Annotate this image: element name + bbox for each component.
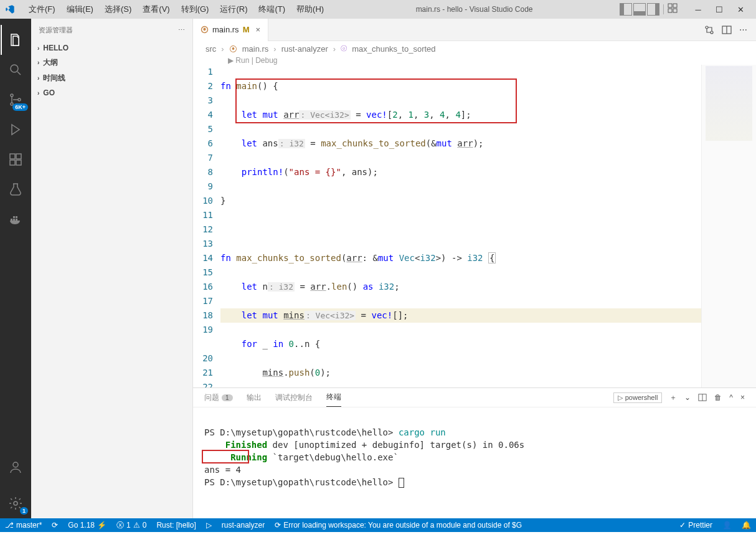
status-branch[interactable]: ⎇ master* bbox=[0, 521, 47, 530]
chevron-right-icon: › bbox=[37, 75, 39, 82]
tab-main-rs[interactable]: ⦿ main.rs M × bbox=[193, 19, 268, 41]
panel-tab-terminal[interactable]: 终端 bbox=[326, 388, 341, 407]
panel-tab-debug-console[interactable]: 调试控制台 bbox=[275, 389, 313, 407]
breadcrumb-item[interactable]: main.rs bbox=[242, 44, 269, 54]
breadcrumb-item[interactable]: max_chunks_to_sorted bbox=[352, 44, 435, 54]
menu-go[interactable]: 转到(G) bbox=[176, 1, 214, 17]
toggle-primary-sidebar-icon[interactable] bbox=[620, 3, 632, 16]
svg-point-16 bbox=[711, 31, 713, 34]
status-rust[interactable]: Rust: [hello] bbox=[151, 521, 201, 530]
status-problems[interactable]: ⓧ 1 ⚠ 0 bbox=[111, 520, 151, 531]
title-bar: 文件(F) 编辑(E) 选择(S) 查看(V) 转到(G) 运行(R) 终端(T… bbox=[0, 0, 756, 19]
function-icon: ⦾ bbox=[341, 44, 347, 54]
status-live-share-icon[interactable]: 👤 bbox=[717, 521, 737, 530]
search-icon[interactable] bbox=[1, 55, 31, 85]
menu-selection[interactable]: 选择(S) bbox=[100, 1, 136, 17]
panel-tab-problems[interactable]: 问题1 bbox=[204, 389, 233, 407]
sidebar-section-go[interactable]: ›GO bbox=[31, 86, 192, 100]
new-terminal-icon[interactable]: ＋ bbox=[669, 392, 677, 403]
sidebar-title: 资源管理器 bbox=[39, 26, 73, 35]
status-error-message[interactable]: ⟳ Error loading workspace: You are outsi… bbox=[270, 521, 527, 530]
tab-close-icon[interactable]: × bbox=[255, 25, 260, 34]
sidebar-more-icon[interactable]: ⋯ bbox=[178, 26, 185, 34]
source-control-icon[interactable]: 6K+ bbox=[1, 85, 31, 115]
editor-area: ⦿ main.rs M × ⋯ src› ⦿ main.rs› rust-ana… bbox=[193, 19, 756, 518]
compare-changes-icon[interactable] bbox=[704, 25, 714, 35]
breadcrumbs[interactable]: src› ⦿ main.rs› rust-analyzer› ⦾ max_chu… bbox=[193, 41, 756, 56]
terminal-ans-line: ans = 4 bbox=[204, 465, 241, 475]
explorer-sidebar: 资源管理器 ⋯ ›HELLO ›大纲 ›时间线 ›GO bbox=[31, 19, 193, 518]
code-lens-run-debug[interactable]: ▶ Run | Debug bbox=[193, 56, 756, 65]
menu-terminal[interactable]: 终端(T) bbox=[253, 1, 290, 17]
breadcrumb-item[interactable]: src bbox=[206, 44, 216, 54]
status-play-icon[interactable]: ▷ bbox=[201, 521, 217, 530]
chevron-right-icon: › bbox=[37, 90, 39, 97]
minimize-button[interactable]: ─ bbox=[687, 0, 709, 19]
menu-run[interactable]: 运行(R) bbox=[215, 1, 252, 17]
terminal-shell-selector[interactable]: ▷ powershell bbox=[613, 392, 663, 403]
sidebar-label: HELLO bbox=[43, 44, 69, 52]
chevron-right-icon: › bbox=[37, 45, 39, 52]
status-go-version[interactable]: Go 1.18 ⚡ bbox=[63, 521, 111, 530]
svg-rect-11 bbox=[10, 160, 15, 165]
line-numbers: 12345678910111213141516171819202122 bbox=[193, 65, 220, 387]
sidebar-section-outline[interactable]: ›大纲 bbox=[31, 55, 192, 70]
settings-badge: 1 bbox=[20, 507, 28, 515]
close-button[interactable]: ✕ bbox=[730, 0, 751, 19]
layout-controls bbox=[620, 3, 680, 16]
tab-modified-indicator: M bbox=[243, 25, 250, 34]
svg-point-14 bbox=[14, 501, 17, 505]
menu-file[interactable]: 文件(F) bbox=[24, 1, 60, 17]
terminal-dropdown-icon[interactable]: ⌄ bbox=[684, 393, 691, 402]
menu-edit[interactable]: 编辑(E) bbox=[62, 1, 98, 17]
toggle-secondary-sidebar-icon[interactable] bbox=[647, 3, 659, 16]
accounts-icon[interactable] bbox=[1, 452, 31, 482]
bottom-panel: 问题1 输出 调试控制台 终端 ▷ powershell ＋ ⌄ 🗑 ^ × P… bbox=[193, 387, 756, 518]
terminal-output[interactable]: PS D:\mysetup\gopath\rustcode\hello> car… bbox=[193, 407, 756, 520]
svg-rect-9 bbox=[10, 154, 15, 159]
menu-help[interactable]: 帮助(H) bbox=[291, 1, 329, 17]
status-bar: ⎇ master* ⟳ Go 1.18 ⚡ ⓧ 1 ⚠ 0 Rust: [hel… bbox=[0, 518, 756, 532]
menu-view[interactable]: 查看(V) bbox=[138, 1, 174, 17]
sidebar-label: GO bbox=[43, 88, 55, 97]
vscode-logo-icon bbox=[5, 4, 16, 15]
terminal-cursor bbox=[399, 478, 404, 488]
explorer-icon[interactable] bbox=[1, 25, 31, 55]
scm-badge: 6K+ bbox=[12, 103, 28, 111]
window-title: main.rs - hello - Visual Studio Code bbox=[329, 5, 620, 14]
kill-terminal-icon[interactable]: 🗑 bbox=[714, 393, 722, 402]
rust-file-icon: ⦿ bbox=[229, 44, 237, 54]
status-notifications-icon[interactable]: 🔔 bbox=[737, 521, 756, 530]
maximize-panel-icon[interactable]: ^ bbox=[729, 393, 733, 402]
split-editor-icon[interactable] bbox=[722, 25, 732, 35]
rust-file-icon: ⦿ bbox=[201, 25, 209, 34]
settings-gear-icon[interactable]: 1 bbox=[1, 488, 31, 518]
run-debug-icon[interactable] bbox=[1, 115, 31, 145]
status-prettier[interactable]: ✓ Prettier bbox=[674, 521, 717, 530]
customize-layout-icon[interactable] bbox=[668, 3, 680, 16]
minimap[interactable] bbox=[701, 65, 756, 387]
sidebar-label: 时间线 bbox=[43, 73, 65, 83]
svg-point-13 bbox=[13, 462, 18, 467]
more-actions-icon[interactable]: ⋯ bbox=[739, 25, 747, 35]
status-rust-analyzer[interactable]: rust-analyzer bbox=[217, 521, 270, 530]
code-editor[interactable]: fn main() { let mut arr: Vec<i32> = vec!… bbox=[220, 65, 701, 387]
svg-rect-2 bbox=[668, 9, 672, 12]
testing-icon[interactable] bbox=[1, 174, 31, 204]
status-sync-icon[interactable]: ⟳ bbox=[47, 521, 63, 530]
sidebar-section-timeline[interactable]: ›时间线 bbox=[31, 70, 192, 86]
sidebar-section-hello[interactable]: ›HELLO bbox=[31, 41, 192, 55]
split-terminal-icon[interactable] bbox=[698, 393, 707, 402]
editor-tabs: ⦿ main.rs M × ⋯ bbox=[193, 19, 756, 41]
maximize-button[interactable]: ☐ bbox=[709, 0, 730, 19]
panel-tab-output[interactable]: 输出 bbox=[247, 389, 262, 407]
chevron-right-icon: › bbox=[37, 59, 39, 66]
breadcrumb-item[interactable]: rust-analyzer bbox=[281, 44, 328, 54]
docker-icon[interactable] bbox=[1, 204, 31, 234]
toggle-panel-icon[interactable] bbox=[633, 3, 646, 16]
extensions-icon[interactable] bbox=[1, 145, 31, 174]
close-panel-icon[interactable]: × bbox=[740, 393, 745, 402]
svg-rect-0 bbox=[668, 4, 672, 7]
sidebar-label: 大纲 bbox=[43, 57, 58, 68]
svg-point-6 bbox=[11, 94, 13, 97]
